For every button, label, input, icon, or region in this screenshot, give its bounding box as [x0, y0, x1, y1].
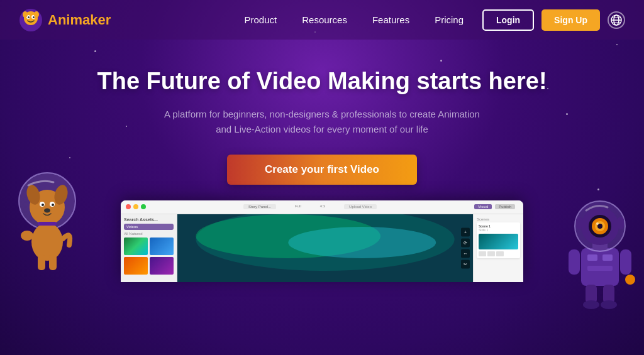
svg-point-5 [33, 16, 35, 18]
svg-point-6 [23, 11, 28, 18]
svg-point-39 [596, 222, 599, 225]
hero-title: The Future of Video Making starts here! [0, 68, 644, 96]
navbar: Animaker Product Resources Features Pric… [0, 0, 644, 40]
sidebar-videos-item: Videos [124, 224, 174, 230]
svg-rect-44 [587, 266, 613, 271]
nav-actions: Login Sign Up [482, 9, 625, 31]
brand-name: Animaker [48, 12, 111, 28]
app-preview: Story Panel... Full 4:3 Upload Video Vis… [121, 200, 523, 282]
app-titlebar: Story Panel... Full 4:3 Upload Video Vis… [121, 200, 523, 214]
svg-point-30 [21, 231, 33, 241]
canvas-video-preview [177, 214, 473, 282]
logo-area[interactable]: Animaker [19, 8, 111, 32]
svg-rect-28 [38, 254, 45, 270]
svg-point-25 [52, 204, 54, 206]
svg-point-4 [28, 16, 30, 18]
signup-button[interactable]: Sign Up [541, 9, 600, 31]
svg-point-47 [625, 275, 635, 285]
hero-section: The Future of Video Making starts here! … [0, 40, 644, 185]
svg-point-26 [44, 209, 50, 213]
nav-links: Product Resources Features Pricing [245, 14, 464, 25]
animaker-logo-icon [19, 8, 43, 32]
app-right-panel: Scenes Scene 1 Slide 1 [473, 214, 523, 282]
svg-point-50 [583, 300, 599, 309]
svg-point-24 [42, 204, 44, 206]
svg-rect-40 [576, 217, 582, 229]
robot-character [562, 192, 638, 317]
canvas-controls: + ⟳ ↔ ✂ [461, 227, 470, 268]
svg-rect-29 [49, 254, 57, 270]
hero-subtitle-line2: and Live-Action videos for every moment … [216, 124, 428, 134]
login-button[interactable]: Login [482, 9, 534, 31]
svg-rect-27 [38, 222, 57, 226]
nav-resources[interactable]: Resources [302, 14, 347, 25]
hero-subtitle-line1: A platform for beginners, non-designers … [164, 109, 480, 119]
app-body: Search Assets... Videos All Natured [121, 214, 523, 282]
nav-product[interactable]: Product [245, 14, 277, 25]
svg-rect-42 [587, 254, 597, 261]
svg-point-7 [34, 11, 39, 18]
globe-icon [611, 14, 622, 26]
app-canvas: + ⟳ ↔ ✂ [177, 214, 473, 282]
nav-features[interactable]: Features [372, 14, 409, 25]
svg-rect-46 [620, 249, 631, 275]
svg-rect-43 [602, 254, 613, 261]
svg-rect-45 [569, 249, 580, 275]
app-sidebar: Search Assets... Videos All Natured [121, 214, 177, 282]
language-selector[interactable] [608, 11, 625, 29]
svg-rect-41 [618, 217, 624, 229]
nav-pricing[interactable]: Pricing [435, 14, 464, 25]
svg-point-51 [601, 300, 617, 309]
dog-character [9, 167, 85, 280]
hero-subtitle: A platform for beginners, non-designers … [0, 107, 644, 137]
svg-point-18 [31, 223, 63, 261]
cta-button[interactable]: Create your first Video [227, 155, 417, 185]
svg-point-16 [288, 227, 436, 258]
